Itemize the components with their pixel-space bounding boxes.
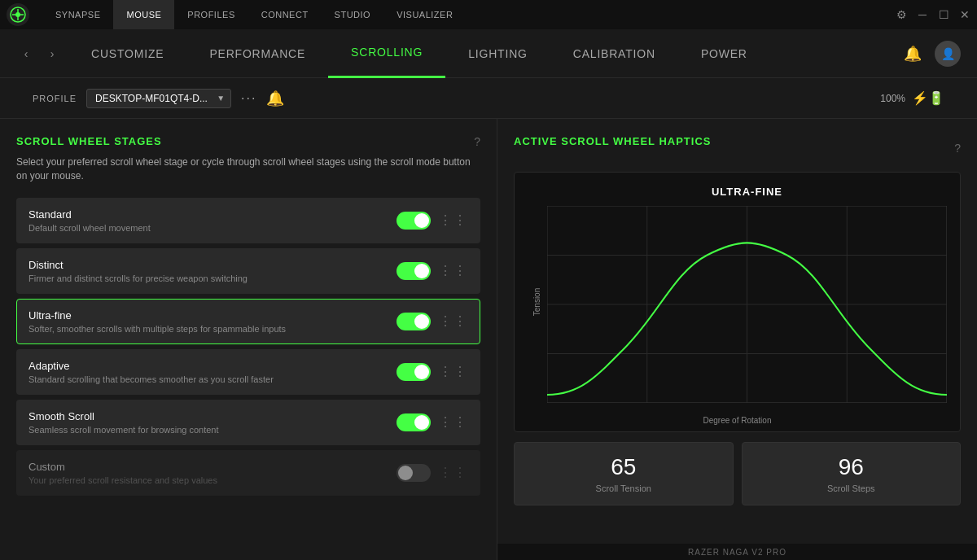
tab-calibration[interactable]: CALIBRATION (550, 29, 678, 78)
sec-nav-right: 🔔 👤 (904, 41, 961, 67)
stage-info-ultrafine: Ultra-fine Softer, smoother scrolls with… (28, 309, 396, 334)
drag-handle-ultrafine[interactable]: ⋮⋮ (439, 313, 468, 329)
minimize-button[interactable]: ─ (917, 9, 928, 20)
profile-select-wrap: DESKTOP-MF01QT4-D... ▼ (86, 89, 231, 108)
nav-forward-button[interactable]: › (42, 44, 62, 63)
stage-name-distinct: Distinct (28, 259, 396, 271)
stage-controls-custom: ⋮⋮ (396, 464, 468, 482)
profile-dropdown[interactable]: DESKTOP-MF01QT4-D... (86, 89, 231, 108)
tab-power[interactable]: POWER (678, 29, 770, 78)
stage-controls-standard: ⋮⋮ (396, 212, 468, 230)
alert-bell-icon[interactable]: 🔔 (266, 90, 284, 107)
stage-info-adaptive: Adaptive Standard scrolling that becomes… (28, 360, 396, 384)
settings-button[interactable]: ⚙ (896, 9, 907, 20)
stage-name-standard: Standard (28, 208, 396, 221)
section-title-scroll-stages: SCROLL WHEEL STAGES (16, 135, 480, 147)
chart-svg (547, 206, 947, 403)
stage-desc-distinct: Firmer and distinct scrolls for precise … (28, 273, 396, 283)
sec-nav-tabs: CUSTOMIZE PERFORMANCE SCROLLING LIGHTING… (68, 29, 770, 78)
help-icon-right[interactable]: ? (954, 142, 961, 155)
profile-left: PROFILE DESKTOP-MF01QT4-D... ▼ ··· 🔔 (33, 89, 284, 108)
nav-tab-synapse[interactable]: SYNAPSE (42, 0, 113, 29)
sec-nav-left: ‹ › CUSTOMIZE PERFORMANCE SCROLLING LIGH… (16, 29, 770, 78)
profile-right: 100% ⚡🔋 (880, 90, 944, 106)
title-bar: SYNAPSE MOUSE PROFILES CONNECT STUDIO VI… (0, 0, 977, 29)
stat-label-tension: Scroll Tension (526, 483, 721, 493)
stage-item-adaptive[interactable]: Adaptive Standard scrolling that becomes… (16, 349, 480, 395)
chart-area: ULTRA-FINE Tension Degree of Rotation (514, 172, 961, 432)
profile-label: PROFILE (33, 94, 77, 103)
stage-name-adaptive: Adaptive (28, 360, 396, 372)
close-button[interactable]: ✕ (959, 9, 970, 20)
right-panel: ACTIVE SCROLL WHEEL HAPTICS ? ULTRA-FINE… (497, 119, 977, 560)
tab-scrolling[interactable]: SCROLLING (328, 29, 445, 78)
nav-tab-profiles[interactable]: PROFILES (174, 0, 248, 29)
svg-point-1 (15, 12, 20, 17)
toggle-ultrafine[interactable] (396, 313, 431, 330)
title-bar-left: SYNAPSE MOUSE PROFILES CONNECT STUDIO VI… (7, 0, 466, 29)
stage-item-distinct[interactable]: Distinct Firmer and distinct scrolls for… (16, 248, 480, 294)
stage-desc-ultrafine: Softer, smoother scrolls with multiple s… (28, 324, 396, 334)
chart-title: ULTRA-FINE (547, 186, 947, 198)
nav-back-button[interactable]: ‹ (16, 44, 36, 63)
secondary-nav: ‹ › CUSTOMIZE PERFORMANCE SCROLLING LIGH… (0, 29, 977, 78)
battery-icon: ⚡🔋 (912, 90, 944, 106)
drag-handle-custom[interactable]: ⋮⋮ (439, 465, 468, 480)
stage-desc-adaptive: Standard scrolling that becomes smoother… (28, 374, 396, 384)
help-icon-left[interactable]: ? (474, 135, 480, 148)
stage-controls-adaptive: ⋮⋮ (396, 363, 468, 381)
more-options-button[interactable]: ··· (241, 91, 256, 106)
stat-card-tension: 65 Scroll Tension (514, 442, 734, 505)
stage-info-smoothscroll: Smooth Scroll Seamless scroll movement f… (28, 410, 396, 435)
stage-info-distinct: Distinct Firmer and distinct scrolls for… (28, 259, 396, 283)
nav-tab-studio[interactable]: STUDIO (322, 0, 384, 29)
stat-card-steps: 96 Scroll Steps (742, 442, 962, 505)
title-bar-right: ⚙ ─ ☐ ✕ (896, 9, 970, 20)
toggle-smoothscroll[interactable] (396, 413, 431, 431)
stage-item-ultrafine[interactable]: Ultra-fine Softer, smoother scrolls with… (16, 299, 480, 344)
toggle-distinct[interactable] (396, 262, 431, 280)
stage-info-custom: Custom Your preferred scroll resistance … (28, 461, 396, 485)
stat-label-steps: Scroll Steps (754, 483, 949, 493)
nav-tab-connect[interactable]: CONNECT (248, 0, 322, 29)
battery-percentage: 100% (880, 93, 905, 104)
stat-value-steps: 96 (754, 454, 949, 480)
chart-y-label: Tension (532, 288, 541, 316)
app-logo (7, 3, 29, 26)
drag-handle-distinct[interactable]: ⋮⋮ (439, 263, 468, 278)
user-avatar[interactable]: 👤 (935, 41, 961, 67)
stat-cards: 65 Scroll Tension 96 Scroll Steps (514, 442, 961, 505)
tab-lighting[interactable]: LIGHTING (445, 29, 550, 78)
chart-x-label: Degree of Rotation (703, 416, 772, 425)
notifications-button[interactable]: 🔔 (904, 45, 922, 63)
stage-controls-distinct: ⋮⋮ (396, 262, 468, 280)
profile-bar: PROFILE DESKTOP-MF01QT4-D... ▼ ··· 🔔 100… (0, 78, 977, 119)
section-desc-scroll-stages: Select your preferred scroll wheel stage… (16, 155, 480, 183)
stage-item-standard[interactable]: Standard Default scroll wheel movement ⋮… (16, 198, 480, 243)
stage-desc-smoothscroll: Seamless scroll movement for browsing co… (28, 425, 396, 435)
toggle-standard[interactable] (396, 212, 431, 230)
left-panel: ? SCROLL WHEEL STAGES Select your prefer… (0, 119, 497, 560)
section-title-haptics: ACTIVE SCROLL WHEEL HAPTICS (514, 135, 711, 147)
nav-tab-visualizer[interactable]: VISUALIZER (383, 0, 466, 29)
stat-value-tension: 65 (526, 454, 721, 480)
stage-item-smoothscroll[interactable]: Smooth Scroll Seamless scroll movement f… (16, 400, 480, 445)
toggle-adaptive[interactable] (396, 363, 431, 381)
stage-name-smoothscroll: Smooth Scroll (28, 410, 396, 422)
maximize-button[interactable]: ☐ (938, 9, 949, 20)
nav-tab-mouse[interactable]: MOUSE (113, 0, 174, 29)
title-nav: SYNAPSE MOUSE PROFILES CONNECT STUDIO VI… (42, 0, 466, 29)
stage-desc-standard: Default scroll wheel movement (28, 223, 396, 233)
stage-name-ultrafine: Ultra-fine (28, 309, 396, 322)
drag-handle-adaptive[interactable]: ⋮⋮ (439, 364, 468, 379)
drag-handle-standard[interactable]: ⋮⋮ (439, 212, 468, 228)
stage-controls-ultrafine: ⋮⋮ (396, 313, 468, 330)
drag-handle-smoothscroll[interactable]: ⋮⋮ (439, 414, 468, 430)
tab-customize[interactable]: CUSTOMIZE (68, 29, 186, 78)
stage-controls-smoothscroll: ⋮⋮ (396, 413, 468, 431)
toggle-custom[interactable] (396, 464, 431, 482)
tab-performance[interactable]: PERFORMANCE (186, 29, 328, 78)
stage-name-custom: Custom (28, 461, 396, 473)
stage-item-custom[interactable]: Custom Your preferred scroll resistance … (16, 450, 480, 496)
device-name: RAZER NAGA V2 PRO (688, 548, 786, 557)
